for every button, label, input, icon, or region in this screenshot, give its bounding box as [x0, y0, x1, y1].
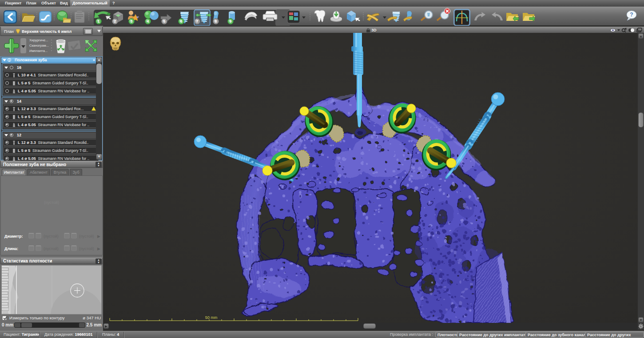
svg-text:50 mm: 50 mm [205, 315, 218, 320]
svg-text:2: 2 [114, 19, 116, 24]
svg-text:7: 7 [196, 19, 198, 24]
svg-text:4: 4 [147, 19, 149, 24]
svg-text:Сканограм...: Сканограм... [29, 44, 49, 48]
svg-text:9: 9 [229, 19, 231, 24]
svg-text:Импланта...: Импланта... [29, 49, 48, 53]
svg-text:6: 6 [180, 19, 182, 24]
svg-text:5: 5 [163, 19, 165, 24]
svg-text:3: 3 [130, 19, 132, 24]
svg-text:Хирургиче...: Хирургиче... [29, 38, 48, 42]
svg-text:1: 1 [97, 19, 99, 24]
svg-text:?: ? [630, 12, 633, 18]
svg-text:8: 8 [215, 19, 217, 24]
